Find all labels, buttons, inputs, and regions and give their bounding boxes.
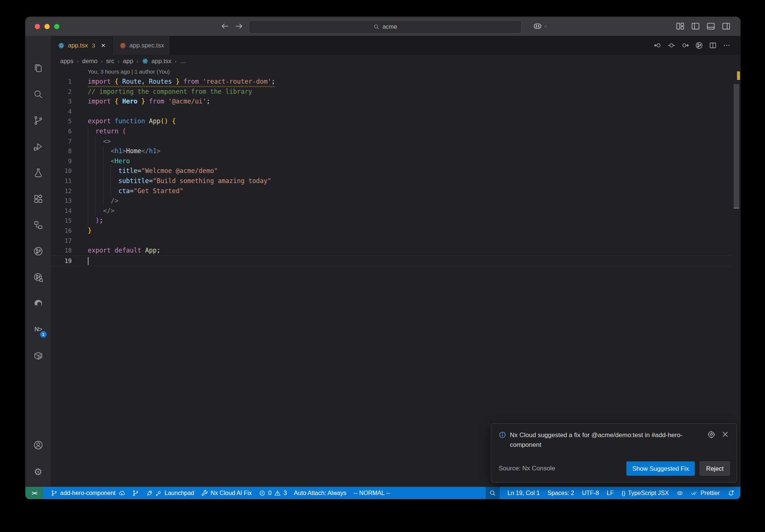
status-commit-graph-status[interactable] <box>132 487 139 499</box>
line-number: 11 <box>51 176 72 186</box>
sidebar-item-search[interactable] <box>25 81 51 107</box>
info-icon <box>499 431 506 439</box>
status-problems[interactable]: 03 <box>259 487 287 499</box>
status-label: TypeScript JSX <box>628 490 669 497</box>
tab-app.tsx[interactable]: app.tsx3✕ <box>51 36 113 55</box>
breadcrumb: apps›demo›src›app›app.tsx›… <box>51 55 740 67</box>
status-prettier[interactable]: Prettier <box>691 487 720 499</box>
gear-icon: ⚙ <box>34 467 42 477</box>
sidebar-item-source-control[interactable] <box>25 107 51 133</box>
breadcrumb-more[interactable]: … <box>180 58 186 65</box>
code-line-6: 6 return ( <box>51 126 731 136</box>
sidebar-item-containers[interactable] <box>25 343 51 369</box>
command-center[interactable]: acme <box>249 20 522 34</box>
breadcrumb-item[interactable]: apps <box>60 58 74 65</box>
open-changes-icon[interactable] <box>668 41 675 49</box>
code-text: // importing the component from the libr… <box>88 87 252 97</box>
minimize-window-button[interactable] <box>44 24 50 29</box>
toggle-primary-sidebar-icon[interactable] <box>691 22 700 31</box>
history-back-icon[interactable] <box>220 22 229 31</box>
breadcrumb-item[interactable]: demo <box>82 58 97 65</box>
code-text: } <box>88 226 92 236</box>
toast-settings-icon[interactable] <box>707 430 715 438</box>
toast-message: Nx Cloud suggested a fix for @acme/demo:… <box>510 430 699 449</box>
status-indentation[interactable]: Spaces: 2 <box>548 487 574 499</box>
code-text: return ( <box>88 126 126 136</box>
reject-button[interactable]: Reject <box>700 461 730 476</box>
status-gitlens-launchpad[interactable]: Launchpad <box>146 487 194 499</box>
status-remote-indicator[interactable]: >< <box>25 487 43 499</box>
show-suggested-fix-button[interactable]: Show Suggested Fix <box>626 461 695 476</box>
toggle-secondary-sidebar-icon[interactable] <box>722 22 731 31</box>
status-language-mode[interactable]: {}TypeScript JSX <box>622 487 669 499</box>
sidebar-item-explorer[interactable] <box>25 55 51 81</box>
customize-layout-icon[interactable] <box>676 22 685 31</box>
status-search-editor[interactable] <box>486 487 500 499</box>
sidebar-item-testing[interactable] <box>25 160 51 186</box>
code-line-7: 7 <> <box>51 136 731 146</box>
status-nx-cloud-ai-fix[interactable]: Nx Cloud AI Fix <box>201 487 252 499</box>
sidebar-item-extensions[interactable] <box>25 186 51 212</box>
status-encoding[interactable]: UTF-8 <box>582 487 599 499</box>
toggle-panel-icon[interactable] <box>706 22 715 31</box>
braces-icon: {} <box>622 490 625 496</box>
status-git-branch-status[interactable]: add-hero-component <box>51 487 125 499</box>
notification-toast: Nx Cloud suggested a fix for @acme/demo:… <box>491 423 737 483</box>
warning-squiggle: import { Route, Routes } from 'react-rou… <box>88 78 275 85</box>
tab-label: app.tsx <box>68 42 88 49</box>
breadcrumb-separator: › <box>118 58 120 64</box>
tab-app.spec.tsx[interactable]: app.spec.tsx <box>113 36 170 55</box>
git-branch-icon <box>33 115 43 126</box>
code-line-11: 11 subtitle="Build something amazing tod… <box>51 176 731 186</box>
code-text: </> <box>88 206 115 216</box>
line-number: 9 <box>51 156 72 166</box>
scrollbar-thumb[interactable] <box>734 84 739 208</box>
sidebar-item-accounts[interactable] <box>25 432 51 458</box>
code-line-9: 9 <Hero <box>51 156 731 166</box>
activity-bar: N>1⚙ <box>25 36 51 487</box>
code-line-18: 18export default App; <box>51 245 731 256</box>
line-number: 19 <box>51 256 72 266</box>
status-label: UTF-8 <box>582 490 599 497</box>
close-window-button[interactable] <box>35 24 40 29</box>
breadcrumb-separator: › <box>175 58 177 64</box>
copilot-menu[interactable] <box>533 21 548 31</box>
sidebar-item-edge-browser[interactable] <box>25 290 51 316</box>
sidebar-item-nx-console[interactable]: N>1 <box>25 316 51 343</box>
wrench-icon <box>201 490 208 497</box>
previous-change-icon[interactable] <box>654 41 662 49</box>
next-change-icon[interactable] <box>681 41 689 49</box>
status-notifications-bell[interactable] <box>728 487 734 499</box>
sidebar-item-project-hierarchy[interactable] <box>25 212 51 238</box>
sidebar-item-commit-graph[interactable] <box>25 238 51 264</box>
search-icon <box>33 89 43 99</box>
git-blame-annotation: You, 3 hours ago | 1 author (You) <box>88 68 170 75</box>
status-label: -- NORMAL -- <box>353 490 390 497</box>
status-auto-attach[interactable]: Auto Attach: Always <box>294 487 347 499</box>
breadcrumb-file[interactable]: app.tsx <box>152 58 171 65</box>
status-eol-sequence[interactable]: LF <box>607 487 614 499</box>
toast-close-icon[interactable] <box>721 430 729 438</box>
status-copilot-status[interactable] <box>676 487 683 499</box>
run-debug-icon <box>33 142 43 152</box>
warning-icon <box>274 490 281 497</box>
sidebar-item-code-inspect[interactable] <box>25 264 51 290</box>
breadcrumb-item[interactable]: app <box>123 58 133 65</box>
more-actions-icon[interactable] <box>723 41 731 49</box>
file-history-icon[interactable] <box>695 41 703 49</box>
title-bar: acme <box>25 17 740 36</box>
plug-icon <box>155 490 162 497</box>
git-branch-icon <box>51 490 58 497</box>
breadcrumb-item[interactable]: src <box>106 58 114 65</box>
tab-close-icon[interactable]: ✕ <box>100 42 107 49</box>
zoom-window-button[interactable] <box>54 24 59 29</box>
status-vim-mode[interactable]: -- NORMAL -- <box>353 487 390 499</box>
testing-icon <box>33 168 43 178</box>
status-cursor-position[interactable]: Ln 19, Col 1 <box>508 487 540 499</box>
sidebar-item-run-and-debug[interactable] <box>25 133 51 160</box>
sidebar-item-manage-settings[interactable]: ⚙ <box>25 458 51 485</box>
react-icon <box>142 58 148 64</box>
history-forward-icon[interactable] <box>235 22 244 31</box>
code-line-1: 1import { Route, Routes } from 'react-ro… <box>51 77 731 87</box>
split-editor-icon[interactable] <box>709 41 717 49</box>
